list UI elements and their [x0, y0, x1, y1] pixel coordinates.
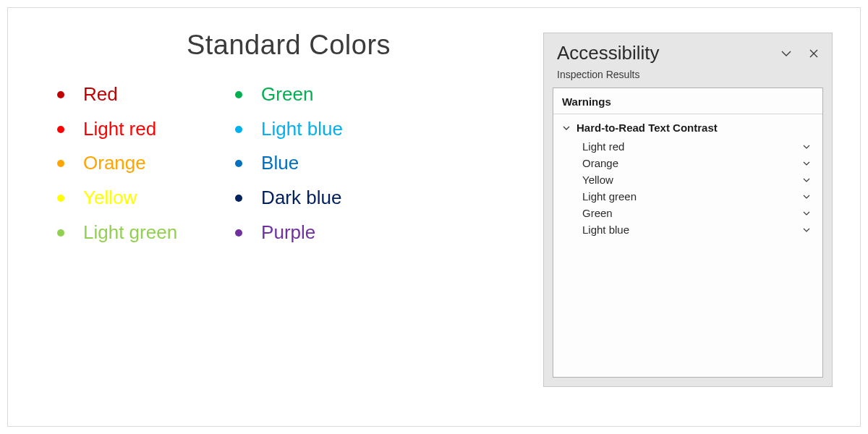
bullet-icon [57, 195, 64, 202]
pane-header: Accessibility [544, 33, 832, 67]
pane-subtitle: Inspection Results [544, 67, 832, 88]
color-label: Light green [83, 219, 177, 247]
issue-item[interactable]: Light blue [562, 221, 815, 238]
issue-label: Green [582, 207, 802, 219]
bullet-icon [235, 195, 242, 202]
warnings-section-header: Warnings [553, 88, 822, 114]
color-column-left: RedLight redOrangeYellowLight green [57, 81, 177, 246]
accessibility-pane: Accessibility Inspection Results Warning… [543, 33, 833, 387]
warning-group-header[interactable]: Hard-to-Read Text Contrast [558, 119, 818, 137]
bullet-icon [235, 91, 242, 98]
issue-label: Orange [582, 157, 802, 169]
bullet-icon [235, 126, 242, 133]
color-item: Light blue [235, 116, 343, 143]
slide-content: Standard Colors RedLight redOrangeYellow… [35, 21, 542, 246]
issue-item[interactable]: Light red [562, 138, 815, 155]
color-item: Purple [235, 219, 343, 247]
color-item: Yellow [57, 184, 177, 212]
app-frame: Standard Colors RedLight redOrangeYellow… [7, 7, 861, 427]
bullet-icon [235, 229, 242, 237]
chevron-down-icon [802, 226, 811, 234]
color-label: Light red [83, 116, 156, 143]
bullet-icon [57, 160, 64, 167]
color-label: Yellow [83, 184, 137, 212]
chevron-down-icon [802, 209, 811, 218]
color-label: Orange [83, 150, 146, 177]
chevron-down-icon [802, 159, 811, 168]
chevron-down-icon [802, 176, 811, 184]
chevron-down-icon [802, 192, 811, 201]
warning-group: Hard-to-Read Text Contrast Light redOran… [553, 114, 822, 244]
color-item: Red [57, 81, 177, 109]
color-label: Purple [261, 219, 315, 247]
issue-label: Light red [582, 140, 802, 153]
pane-header-actions [778, 46, 822, 61]
issue-label: Light blue [582, 224, 802, 236]
color-columns: RedLight redOrangeYellowLight green Gree… [35, 81, 542, 246]
close-icon [809, 48, 819, 59]
chevron-down-icon [562, 124, 571, 132]
pane-options-button[interactable] [778, 46, 794, 61]
color-label: Green [261, 81, 313, 109]
issue-label: Light green [582, 190, 802, 203]
bullet-icon [57, 229, 64, 237]
color-item: Orange [57, 150, 177, 177]
pane-close-button[interactable] [806, 46, 822, 61]
issue-item[interactable]: Yellow [562, 171, 815, 188]
color-label: Dark blue [261, 184, 341, 212]
color-label: Red [83, 81, 118, 109]
color-item: Blue [235, 150, 343, 177]
color-item: Green [235, 81, 343, 109]
issue-list: Light redOrangeYellowLight greenGreenLig… [558, 137, 818, 241]
chevron-down-icon [780, 48, 792, 59]
issue-label: Yellow [582, 174, 802, 186]
results-box: Warnings Hard-to-Read Text Contrast Ligh… [553, 88, 823, 378]
bullet-icon [57, 91, 64, 98]
color-label: Blue [261, 150, 299, 177]
slide-title: Standard Colors [35, 30, 542, 61]
color-item: Dark blue [235, 184, 343, 212]
warning-group-title: Hard-to-Read Text Contrast [576, 122, 718, 134]
issue-item[interactable]: Green [562, 205, 815, 221]
issue-item[interactable]: Orange [562, 155, 815, 171]
color-item: Light green [57, 219, 177, 247]
pane-title: Accessibility [557, 42, 778, 64]
color-item: Light red [57, 116, 177, 143]
issue-item[interactable]: Light green [562, 188, 815, 205]
bullet-icon [235, 160, 242, 167]
chevron-down-icon [802, 142, 811, 151]
bullet-icon [57, 126, 64, 133]
color-column-right: GreenLight blueBlueDark bluePurple [235, 81, 343, 246]
color-label: Light blue [261, 116, 343, 143]
